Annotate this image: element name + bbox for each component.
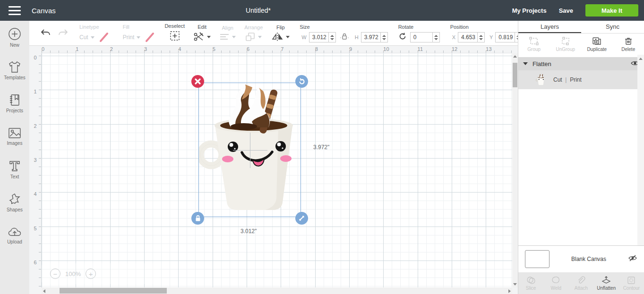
trash-icon xyxy=(624,36,633,46)
lock-handle[interactable] xyxy=(191,212,204,225)
my-projects-link[interactable]: My Projects xyxy=(512,7,547,14)
plus-circle-icon xyxy=(8,27,22,41)
fill-color-swatch[interactable] xyxy=(144,32,155,43)
scroll-right-icon[interactable] xyxy=(508,289,511,293)
layer-filltype: Print xyxy=(570,76,582,83)
slice-icon xyxy=(526,276,536,285)
rotate-group: Rotate xyxy=(393,21,445,45)
linetype-group: Linetype Cut xyxy=(74,21,114,45)
linetype-color-swatch[interactable] xyxy=(98,32,110,43)
zoom-control: − 100% + xyxy=(42,263,160,284)
redo-icon[interactable] xyxy=(58,28,69,38)
layers-scroll-up-icon[interactable] xyxy=(639,58,643,60)
linetype-dropdown[interactable]: Cut xyxy=(79,34,88,41)
attach-button[interactable]: Attach xyxy=(568,276,593,291)
blank-canvas-row[interactable]: Blank Canvas xyxy=(518,246,644,272)
scroll-left-icon[interactable] xyxy=(43,289,45,293)
weld-button[interactable]: Weld xyxy=(543,276,568,291)
contour-icon xyxy=(627,276,636,285)
tab-layers[interactable]: Layers xyxy=(518,21,581,33)
flip-icon xyxy=(271,32,290,42)
horizontal-scrollbar-thumb[interactable] xyxy=(60,288,167,294)
layers-list-scrollbar[interactable] xyxy=(637,55,644,266)
flatten-group-header[interactable]: Flatten xyxy=(518,57,644,70)
save-link[interactable]: Save xyxy=(559,7,573,14)
sidebar-item-templates[interactable]: Templates xyxy=(0,54,29,87)
layer-thumbnail xyxy=(535,74,546,86)
rotate-stepper[interactable] xyxy=(433,32,440,42)
tshirt-icon xyxy=(8,60,22,74)
unflatten-icon xyxy=(601,276,611,285)
panel-bottom-actions: Slice Weld Attach Unflatten Contour xyxy=(518,272,644,294)
arrange-button[interactable]: Arrange xyxy=(240,21,267,45)
ungroup-icon xyxy=(560,36,571,46)
blank-canvas-label: Blank Canvas xyxy=(550,256,628,262)
layers-panel: Layers Sync Group UnGroup Duplicate Dele… xyxy=(518,21,644,294)
layer-linetype: Cut xyxy=(553,76,562,83)
width-input[interactable] xyxy=(309,32,329,42)
position-y-input[interactable] xyxy=(495,32,515,42)
size-group: Size W H xyxy=(294,21,392,45)
rotate-icon[interactable] xyxy=(398,32,407,42)
vertical-scrollbar-thumb[interactable] xyxy=(513,63,517,87)
contour-button[interactable]: Contour xyxy=(619,276,644,291)
rotate-handle[interactable] xyxy=(295,75,308,88)
fill-dropdown[interactable]: Print xyxy=(123,34,135,41)
flip-button[interactable]: Flip xyxy=(267,21,294,45)
group-button[interactable]: Group xyxy=(518,36,550,52)
document-title[interactable]: Untitled* xyxy=(0,7,516,14)
edit-button[interactable]: Edit xyxy=(189,21,215,45)
lock-icon xyxy=(195,215,201,222)
scroll-down-icon[interactable] xyxy=(513,283,517,286)
paperclip-icon xyxy=(576,276,586,285)
zoom-out-button[interactable]: − xyxy=(50,269,60,279)
position-x-stepper[interactable] xyxy=(478,32,485,42)
resize-icon xyxy=(298,215,305,222)
resize-handle[interactable] xyxy=(295,212,308,225)
vertical-scrollbar[interactable] xyxy=(512,53,518,287)
arrange-icon xyxy=(245,32,262,42)
sidebar-item-new[interactable]: New xyxy=(0,21,29,54)
left-sidebar: New Templates Projects Images Text Shape… xyxy=(0,21,29,294)
weld-icon xyxy=(551,276,561,285)
sidebar-item-text[interactable]: Text xyxy=(0,153,29,186)
fill-group: Fill Print xyxy=(114,21,161,45)
horizontal-scrollbar[interactable] xyxy=(42,287,512,294)
tab-sync[interactable]: Sync xyxy=(581,21,644,33)
selection-bounding-box[interactable] xyxy=(198,83,301,217)
deselect-button[interactable]: Deselect xyxy=(160,21,189,45)
letter-t-icon xyxy=(8,160,21,173)
height-stepper[interactable] xyxy=(381,32,388,42)
blank-canvas-thumbnail xyxy=(525,250,550,268)
ungroup-button[interactable]: UnGroup xyxy=(550,36,582,52)
unflatten-button[interactable]: Unflatten xyxy=(594,276,619,291)
page-title: Canvas xyxy=(32,7,56,15)
aspect-lock-icon[interactable] xyxy=(340,32,349,42)
align-button[interactable]: Align xyxy=(215,21,240,45)
mug-image[interactable] xyxy=(199,83,301,218)
position-x-input[interactable] xyxy=(458,32,478,42)
hamburger-menu-icon[interactable] xyxy=(0,0,29,21)
sidebar-item-shapes[interactable]: Shapes xyxy=(0,186,29,219)
collapse-triangle-icon[interactable] xyxy=(523,62,528,65)
app-header: Canvas Untitled* My Projects Save Make I… xyxy=(0,0,644,21)
canvas-workspace[interactable]: 012345678910111213 0123456 xyxy=(29,46,518,294)
delete-handle[interactable] xyxy=(191,75,204,88)
layer-row-mug[interactable]: Cut | Print xyxy=(518,70,644,89)
make-it-button[interactable]: Make It xyxy=(585,4,638,17)
undo-icon[interactable] xyxy=(40,28,51,38)
sidebar-item-upload[interactable]: Upload xyxy=(0,219,29,252)
scroll-up-icon[interactable] xyxy=(513,55,517,58)
sidebar-item-images[interactable]: Images xyxy=(0,120,29,153)
picture-icon xyxy=(8,127,22,139)
sidebar-item-projects[interactable]: Projects xyxy=(0,87,29,120)
rotate-input[interactable] xyxy=(410,32,433,42)
duplicate-button[interactable]: Duplicate xyxy=(581,36,613,52)
width-stepper[interactable] xyxy=(329,32,336,42)
slice-button[interactable]: Slice xyxy=(518,276,543,291)
edit-toolbar: Linetype Cut Fill Print Deselect Edit Al… xyxy=(29,21,518,46)
zoom-in-button[interactable]: + xyxy=(86,269,96,279)
visibility-eye-off-icon[interactable] xyxy=(628,254,637,264)
delete-button[interactable]: Delete xyxy=(613,36,644,52)
height-input[interactable] xyxy=(361,32,381,42)
